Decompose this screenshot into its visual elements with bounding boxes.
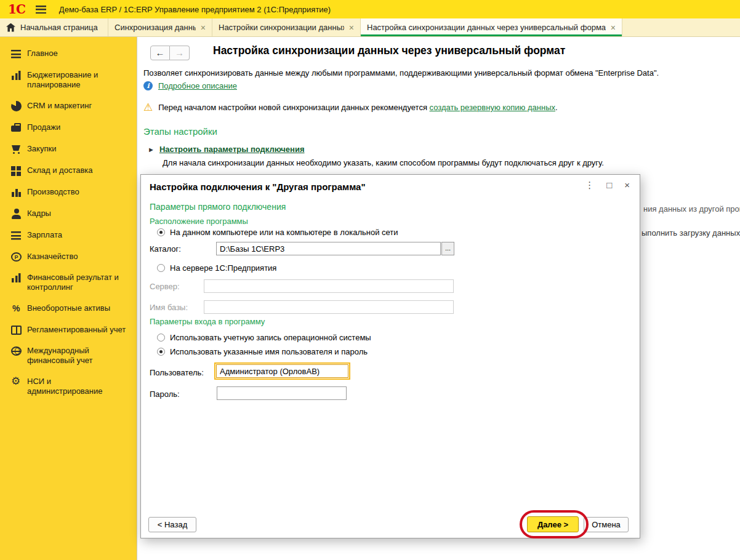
menu-icon[interactable] <box>36 6 46 14</box>
sidebar-item-payroll[interactable]: Зарплата <box>0 225 137 246</box>
backup-link[interactable]: создать резервную копию данных <box>430 103 555 112</box>
background-text-fragment: ыполнить загрузку данных в <box>641 228 740 238</box>
stage-description: Для начала синхронизации данных необходи… <box>163 158 604 167</box>
maximize-icon[interactable]: □ <box>606 180 612 191</box>
tab-home[interactable]: Начальная страница <box>0 18 108 36</box>
purchases-icon <box>11 144 22 154</box>
sales-icon <box>11 122 22 133</box>
catalog-label: Каталог: <box>150 244 181 254</box>
connection-settings-dialog: Настройка подключения к "Другая программ… <box>140 174 640 538</box>
sidebar-item-sales[interactable]: Продажи <box>0 117 137 138</box>
tab-close-icon[interactable]: × <box>349 23 354 33</box>
dialog-title: Настройка подключения к "Другая программ… <box>150 182 366 192</box>
sidebar-item-main[interactable]: Главное <box>0 43 137 65</box>
tab-sync-settings[interactable]: Настройки синхронизации данных × <box>212 18 361 36</box>
details-link[interactable]: Подробное описание <box>158 81 237 90</box>
sidebar-item-crm[interactable]: CRM и маркетинг <box>0 95 137 117</box>
sidebar-item-warehouse[interactable]: Склад и доставка <box>0 160 137 182</box>
cancel-button[interactable]: Отмена <box>584 517 629 532</box>
1c-logo: 1С <box>8 2 25 17</box>
page-description: Позволяет синхронизировать данные между … <box>143 68 659 78</box>
password-label: Пароль: <box>150 390 180 399</box>
tab-label: Настройка синхронизации данных через уни… <box>367 23 606 32</box>
crm-icon <box>11 101 22 111</box>
background-text-fragment: ния данных из другой прог <box>643 204 740 214</box>
hr-icon <box>11 209 22 219</box>
browse-button[interactable]: ... <box>441 242 454 255</box>
history-nav: ← → <box>150 46 190 60</box>
payroll-icon <box>11 230 22 241</box>
close-icon[interactable]: × <box>624 180 630 191</box>
server-input <box>204 279 454 293</box>
international-accounting-icon <box>11 346 22 356</box>
app-window: 1С Демо-база ERP / 1С:ERP Управление пре… <box>0 0 740 560</box>
gear-icon <box>11 377 22 387</box>
next-button[interactable]: Далее > <box>527 516 579 532</box>
treasury-icon <box>11 252 22 262</box>
sidebar-item-regulated-accounting[interactable]: Регламентированный учет <box>0 319 137 340</box>
nav-back-button[interactable]: ← <box>150 46 170 60</box>
tab-close-icon[interactable]: × <box>611 23 616 33</box>
sidebar-item-purchases[interactable]: Закупки <box>0 138 137 160</box>
radio-local-computer[interactable]: На данном компьютере или на компьютере в… <box>157 228 398 237</box>
budgeting-icon <box>11 70 22 81</box>
stages-heading: Этапы настройки <box>143 126 217 137</box>
tab-bar: Начальная страница Синхронизация данных … <box>0 18 740 37</box>
section-sidebar: Главное Бюджетирование и планирование CR… <box>0 37 137 560</box>
radio-username-password[interactable]: Использовать указанные имя пользователя … <box>157 347 368 356</box>
noncurrent-assets-icon <box>11 303 22 314</box>
catalog-input[interactable] <box>216 242 441 255</box>
radio-1c-server[interactable]: На сервере 1С:Предприятия <box>157 263 276 273</box>
radio-button <box>157 334 165 342</box>
title-bar: 1С Демо-база ERP / 1С:ERP Управление пре… <box>0 0 740 18</box>
tab-label: Начальная страница <box>20 23 98 32</box>
warning-text: Перед началом настройки новой синхрониза… <box>158 103 557 112</box>
tab-label: Синхронизация данных <box>115 23 196 32</box>
sidebar-item-nsi-admin[interactable]: НСИ и администрирование <box>0 371 137 402</box>
login-params-heading: Параметры входа в программу <box>150 317 265 326</box>
backup-warning: ⚠ Перед началом настройки новой синхрони… <box>143 102 558 113</box>
sidebar-item-noncurrent-assets[interactable]: Внеоборотные активы <box>0 298 137 319</box>
user-label: Пользователь: <box>150 368 204 377</box>
program-location-heading: Расположение программы <box>150 217 248 226</box>
tab-close-icon[interactable]: × <box>201 23 206 33</box>
dialog-controls: ⋮ □ × <box>585 180 630 191</box>
financial-result-icon <box>11 273 22 283</box>
sidebar-item-international-accounting[interactable]: Международный финансовый учет <box>0 340 137 371</box>
direct-connection-heading: Параметры прямого подключения <box>150 202 286 212</box>
warehouse-icon <box>11 166 22 176</box>
sidebar-item-treasury[interactable]: Казначейство <box>0 246 137 267</box>
radio-button <box>157 228 165 236</box>
password-input[interactable] <box>217 386 347 400</box>
details-row: i Подробное описание <box>143 81 237 90</box>
sidebar-item-hr[interactable]: Кадры <box>0 203 137 225</box>
sidebar-item-finresult[interactable]: Финансовый результат и контроллинг <box>0 267 137 298</box>
nav-forward-button: → <box>170 46 190 60</box>
stage-row: ► Настроить параметры подключения <box>148 145 305 154</box>
base-name-input <box>204 300 454 314</box>
tab-sync-data[interactable]: Синхронизация данных × <box>108 18 212 36</box>
sidebar-item-budgeting[interactable]: Бюджетирование и планирование <box>0 65 137 95</box>
user-input[interactable] <box>216 364 348 378</box>
page-title: Настройка синхронизации данных через уни… <box>213 44 565 57</box>
window-title: Демо-база ERP / 1С:ERP Управление предпр… <box>59 5 331 14</box>
info-icon: i <box>143 81 153 90</box>
tab-universal-format[interactable]: Настройка синхронизации данных через уни… <box>361 18 622 36</box>
back-button[interactable]: < Назад <box>148 517 196 532</box>
regulated-accounting-icon <box>11 326 22 335</box>
warning-icon: ⚠ <box>143 102 153 113</box>
configure-connection-link[interactable]: Настроить параметры подключения <box>159 145 305 154</box>
production-icon <box>11 187 22 198</box>
sidebar-item-production[interactable]: Производство <box>0 182 137 203</box>
server-label: Сервер: <box>150 282 180 291</box>
tab-label: Настройки синхронизации данных <box>219 23 344 32</box>
home-icon <box>6 23 15 32</box>
radio-button <box>157 264 165 272</box>
stage-arrow-icon: ► <box>148 146 155 153</box>
base-name-label: Имя базы: <box>150 303 188 312</box>
main-section-icon <box>11 49 22 59</box>
more-icon[interactable]: ⋮ <box>585 180 594 191</box>
radio-os-account[interactable]: Использовать учетную запись операционной… <box>157 333 371 342</box>
radio-button <box>157 348 165 356</box>
